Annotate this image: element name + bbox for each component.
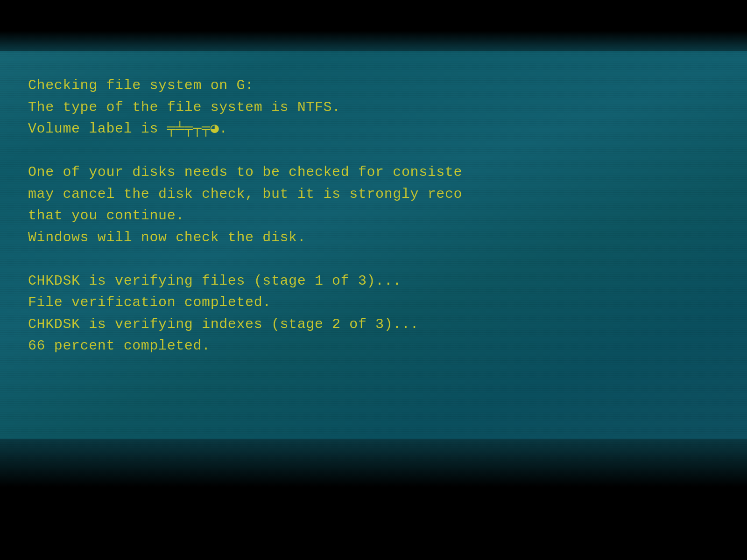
terminal-output: Checking file system on G: The type of t… xyxy=(0,51,747,439)
chkdsk-screen: Checking file system on G: The type of t… xyxy=(0,0,747,560)
line-5: One of your disks needs to be checked fo… xyxy=(28,161,719,183)
line-11: File verification completed. xyxy=(28,292,719,314)
line-12: CHKDSK is verifying indexes (stage 2 of … xyxy=(28,314,719,336)
line-1: Checking file system on G: xyxy=(28,75,719,97)
line-3: Volume label is ╤╧╤┬╤◕. xyxy=(28,118,719,140)
line-7: that you continue. xyxy=(28,205,719,227)
line-10: CHKDSK is verifying files (stage 1 of 3)… xyxy=(28,270,719,292)
blank-1 xyxy=(28,140,719,162)
blank-2 xyxy=(28,248,719,270)
line-2: The type of the file system is NTFS. xyxy=(28,97,719,119)
line-8: Windows will now check the disk. xyxy=(28,227,719,249)
bottom-black-bar xyxy=(0,439,747,560)
top-black-bar xyxy=(0,0,747,51)
line-6: may cancel the disk check, but it is str… xyxy=(28,183,719,205)
line-13: 66 percent completed. xyxy=(28,335,719,357)
